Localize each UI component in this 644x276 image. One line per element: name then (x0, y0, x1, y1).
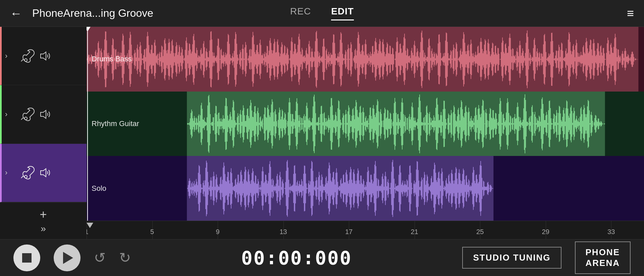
add-track-button[interactable]: + (37, 208, 50, 222)
bottom-left-controls: + » (0, 202, 87, 239)
play-button[interactable] (54, 244, 80, 271)
track-control-drums: › (0, 27, 87, 85)
ruler-tick-33: 33 (607, 228, 615, 236)
ruler-tick-9: 9 (216, 228, 219, 236)
track-controls: › › (0, 27, 87, 239)
expand-rhythm[interactable]: › (5, 110, 14, 119)
expand-drums[interactable]: › (5, 52, 14, 60)
svg-point-2 (24, 117, 27, 120)
tab-edit[interactable]: EDIT (331, 6, 354, 20)
nav-tabs: REC EDIT (290, 6, 354, 20)
menu-button[interactable]: ≡ (627, 6, 634, 20)
instrument-icon-rhythm[interactable] (18, 106, 35, 122)
waveform-drums[interactable] (87, 27, 644, 92)
transport-bar: ↺ ↻ 00:00:000 STUDIO TUNING PHONE ARENA (0, 239, 644, 276)
playhead-ruler-marker (87, 223, 93, 228)
svg-point-4 (24, 175, 27, 178)
studio-tuning-button[interactable]: STUDIO TUNING (462, 247, 561, 269)
tracks-container: Drums Bass Rhythm Guitar Solo (87, 27, 644, 221)
timeline-area: Drums Bass Rhythm Guitar Solo 1591317212… (87, 27, 644, 239)
instrument-icon-solo[interactable] (18, 165, 35, 181)
stop-button[interactable] (13, 244, 40, 271)
svg-line-5 (21, 176, 23, 178)
back-button[interactable]: ← (10, 6, 22, 20)
playhead-triangle (87, 27, 91, 32)
track-control-rhythm: › (0, 85, 87, 144)
waveform-rhythm[interactable] (87, 92, 644, 156)
play-icon (63, 252, 73, 264)
export-line1: PHONE (586, 247, 620, 258)
ruler-tick-5: 5 (150, 228, 154, 236)
stop-icon (22, 253, 32, 263)
volume-icon-solo[interactable] (39, 166, 52, 179)
tab-rec[interactable]: REC (290, 6, 311, 20)
ruler-tick-21: 21 (411, 228, 418, 236)
svg-point-0 (24, 59, 27, 61)
time-display: 00:00:000 (144, 247, 449, 269)
playhead (87, 27, 88, 221)
volume-icon-drums[interactable] (39, 49, 52, 63)
waveform-solo[interactable] (87, 156, 644, 221)
track-control-solo: › (0, 144, 87, 202)
instrument-icon-drums[interactable] (18, 48, 35, 64)
redo-button[interactable]: ↻ (119, 251, 131, 265)
ruler-tick-17: 17 (345, 228, 353, 236)
svg-line-3 (21, 118, 23, 120)
ruler-tick-29: 29 (542, 228, 549, 236)
ruler-tick-13: 13 (279, 228, 287, 236)
fast-forward-button[interactable]: » (41, 223, 46, 234)
header: ← PhoneArena...ing Groove REC EDIT ≡ (0, 0, 644, 27)
undo-button[interactable]: ↺ (94, 251, 106, 265)
volume-icon-rhythm[interactable] (39, 108, 52, 121)
svg-line-1 (21, 59, 23, 61)
expand-solo[interactable]: › (5, 168, 14, 177)
ruler-tick-1: 1 (87, 228, 89, 236)
export-line2: ARENA (586, 258, 620, 268)
export-button[interactable]: PHONE ARENA (575, 241, 631, 274)
main-area: › › (0, 27, 644, 239)
timeline-ruler: 159131721252933 (87, 221, 644, 239)
ruler-tick-25: 25 (476, 228, 484, 236)
